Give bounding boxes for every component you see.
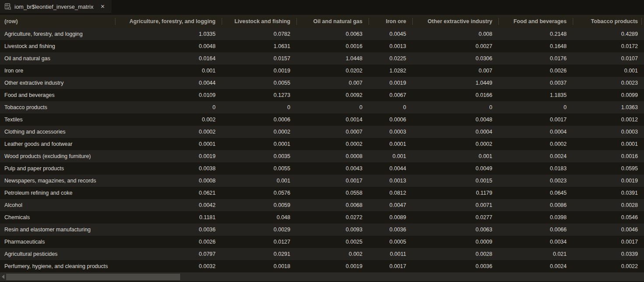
table-cell: 0.0645 — [498, 187, 573, 199]
row-label: Textiles — [0, 113, 115, 126]
data-grid: (row) Agriculture, forestry, and logging… — [0, 15, 644, 272]
table-cell: 0.0007 — [296, 126, 369, 138]
column-header[interactable]: Tobacco products — [573, 15, 644, 28]
row-label: Chemicals — [0, 211, 115, 224]
table-cell: 0.001 — [369, 150, 412, 162]
table-cell: 0.0006 — [222, 113, 296, 126]
column-header[interactable]: Food and beverages — [498, 15, 573, 28]
table-cell: 0.0202 — [296, 65, 369, 77]
table-cell: 0.0063 — [296, 28, 369, 40]
row-label: Clothing and accessories — [0, 126, 115, 138]
table-row: Oil and natural gas0.01640.01571.04480.0… — [0, 52, 644, 65]
table-cell: 0.0024 — [498, 260, 573, 272]
table-cell: 0.1273 — [222, 89, 296, 101]
table-cell: 0.0003 — [369, 126, 412, 138]
table-cell: 0.0003 — [573, 126, 644, 138]
table-cell: 0.0022 — [573, 260, 644, 272]
row-label: Wood products (excluding furniture) — [0, 150, 115, 162]
grid-header-row: (row) Agriculture, forestry, and logging… — [0, 15, 644, 28]
table-cell: 0.0002 — [412, 138, 498, 150]
column-header[interactable]: Oil and natural gas — [296, 15, 369, 28]
row-label: Perfumery, hygiene, and cleaning product… — [0, 260, 115, 272]
data-viewer-tab[interactable]: iom_br$leontief_inverse_matrix ✕ — [0, 0, 111, 13]
row-label: Agriculture, forestry, and logging — [0, 28, 115, 40]
table-cell: 0.0001 — [573, 138, 644, 150]
table-cell: 0.0023 — [498, 175, 573, 187]
table-cell: 0.0044 — [369, 162, 412, 175]
table-cell: 0.0036 — [115, 224, 222, 236]
table-cell: 0.001 — [222, 175, 296, 187]
column-header[interactable]: Iron ore — [369, 15, 412, 28]
tab-bar: iom_br$leontief_inverse_matrix ✕ — [0, 0, 644, 15]
table-cell: 0.0044 — [115, 77, 222, 89]
table-cell: 0.0023 — [573, 77, 644, 89]
table-cell: 0.0797 — [115, 248, 222, 260]
column-header[interactable]: Livestock and fishing — [222, 15, 296, 28]
close-icon[interactable]: ✕ — [99, 3, 106, 10]
table-cell: 0.1648 — [498, 40, 573, 52]
table-cell: 0 — [498, 101, 573, 113]
table-row: Leather goods and footwear0.00010.00010.… — [0, 138, 644, 150]
table-cell: 0.0089 — [369, 211, 412, 224]
table-cell: 0.0086 — [498, 199, 573, 211]
table-cell: 0.0398 — [498, 211, 573, 224]
scroll-left-arrow-icon[interactable] — [0, 272, 6, 281]
table-cell: 0.0017 — [296, 175, 369, 187]
column-header[interactable]: Other extractive industry — [412, 15, 498, 28]
table-cell: 0.4289 — [573, 28, 644, 40]
table-row: Livestock and fishing0.00481.06310.00160… — [0, 40, 644, 52]
row-label: Food and beverages — [0, 89, 115, 101]
table-cell: 0.0157 — [222, 52, 296, 65]
row-label: Resin and elastomer manufacturing — [0, 224, 115, 236]
table-row: Other extractive industry0.00440.00550.0… — [0, 77, 644, 89]
table-cell: 0.0005 — [369, 236, 412, 248]
table-cell: 0.0034 — [498, 236, 573, 248]
table-cell: 0.0055 — [222, 162, 296, 175]
tab-title: iom_br$leontief_inverse_matrix — [14, 3, 94, 10]
table-cell: 0.002 — [115, 113, 222, 126]
row-label: Agricultural pesticides — [0, 248, 115, 260]
table-cell: 0 — [412, 101, 498, 113]
table-cell: 0.0038 — [115, 162, 222, 175]
table-cell: 0.0036 — [369, 224, 412, 236]
table-row: Iron ore0.0010.00190.02021.02820.0070.00… — [0, 65, 644, 77]
table-cell: 0.0006 — [369, 113, 412, 126]
table-cell: 0.0306 — [412, 52, 498, 65]
horizontal-scrollbar-thumb[interactable] — [6, 274, 180, 280]
table-cell: 0.007 — [412, 65, 498, 77]
table-cell: 0.0029 — [222, 224, 296, 236]
table-cell: 0.0107 — [573, 52, 644, 65]
table-row: Textiles0.0020.00060.00140.00060.00480.0… — [0, 113, 644, 126]
table-cell: 0.0026 — [115, 236, 222, 248]
table-cell: 0.0001 — [115, 138, 222, 150]
table-cell: 0.0018 — [222, 260, 296, 272]
table-cell: 1.0282 — [369, 65, 412, 77]
table-row: Petroleum refining and coke0.06210.05760… — [0, 187, 644, 199]
table-cell: 0.0004 — [412, 126, 498, 138]
table-row: Agriculture, forestry, and logging1.0335… — [0, 28, 644, 40]
table-cell: 0.0017 — [573, 236, 644, 248]
table-cell: 0.0008 — [296, 150, 369, 162]
table-cell: 0.1181 — [115, 211, 222, 224]
table-cell: 0.021 — [498, 248, 573, 260]
table-cell: 0.0042 — [115, 199, 222, 211]
table-cell: 0.0127 — [222, 236, 296, 248]
table-cell: 0.0071 — [412, 199, 498, 211]
table-cell: 0.001 — [573, 65, 644, 77]
table-cell: 0.048 — [222, 211, 296, 224]
table-cell: 0.0055 — [222, 77, 296, 89]
column-header[interactable]: Agriculture, forestry, and logging — [115, 15, 222, 28]
table-cell: 0.2148 — [498, 28, 573, 40]
table-cell: 0.0291 — [222, 248, 296, 260]
row-label: Tobacco products — [0, 101, 115, 113]
table-cell: 0.0025 — [296, 236, 369, 248]
table-cell: 0.0028 — [412, 248, 498, 260]
table-cell: 0.0009 — [412, 236, 498, 248]
table-cell: 0 — [222, 101, 296, 113]
table-cell: 0.0272 — [296, 211, 369, 224]
table-cell: 0.0024 — [498, 150, 573, 162]
row-label: Pulp and paper products — [0, 162, 115, 175]
table-cell: 0.0011 — [369, 248, 412, 260]
table-cell: 0.0546 — [573, 211, 644, 224]
horizontal-scrollbar[interactable] — [0, 272, 644, 282]
